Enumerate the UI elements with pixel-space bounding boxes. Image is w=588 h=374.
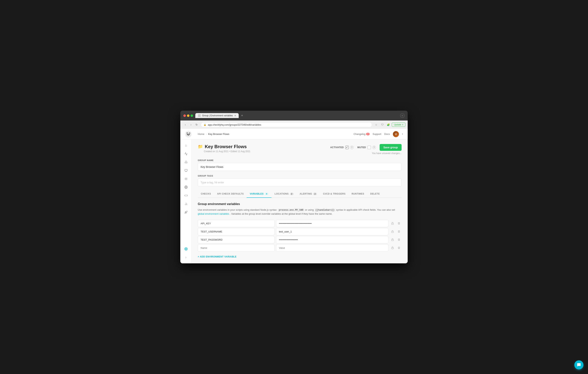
env-var-actions-test-password: [390, 237, 402, 242]
traffic-light-maximize[interactable]: [190, 114, 193, 117]
tab-delete[interactable]: DELETE: [367, 190, 383, 198]
desc-part2: or using: [305, 208, 314, 211]
muted-label: MUTED: [357, 146, 366, 149]
group-tags-input[interactable]: [198, 179, 402, 186]
svg-point-3: [186, 179, 186, 179]
env-var-name-new[interactable]: [198, 244, 274, 252]
group-tags-field-group: GROUP TAGS: [198, 175, 402, 186]
sidebar-item-target[interactable]: [182, 245, 190, 253]
env-var-name-test-password[interactable]: [198, 236, 274, 244]
tab-runtimes[interactable]: RUNTIMES: [348, 190, 367, 198]
breadcrumb-home[interactable]: Home: [198, 133, 204, 136]
action-controls: ACTIVATED ? MUTED ? Save group: [330, 144, 402, 151]
tab-close-button[interactable]: ✕: [234, 114, 236, 117]
muted-help-icon[interactable]: ?: [372, 146, 376, 149]
extensions-icon[interactable]: 🧩: [386, 122, 391, 127]
browser-menu-icon: [400, 113, 405, 118]
traffic-lights: [183, 114, 193, 117]
bookmark-icon[interactable]: ☆: [374, 122, 379, 127]
breadcrumb: Home › Key Browser Flows: [198, 133, 354, 136]
back-button[interactable]: ‹: [183, 122, 188, 127]
address-bar[interactable]: 🔒 app.checklyhq.com/groups/227346/edit/v…: [201, 122, 372, 127]
page-title-area: 📁 Key Browser Flows Created on 11 Aug 20…: [198, 144, 251, 153]
env-var-row: [198, 228, 402, 235]
chat-bubble[interactable]: [574, 360, 583, 369]
env-var-value-test-username[interactable]: [276, 228, 388, 235]
lock-icon-api-key[interactable]: [390, 221, 395, 226]
env-var-row: ••••••••••••••••••••••••••••••••••••••: [198, 220, 402, 227]
activated-help-icon[interactable]: ?: [350, 146, 354, 149]
tab-cicd[interactable]: CI/CD & TRIGGERS: [320, 190, 348, 198]
sidebar-item-alerts[interactable]: [182, 158, 190, 166]
svg-rect-15: [392, 248, 394, 249]
lock-icon-test-password[interactable]: [390, 237, 395, 242]
save-group-button[interactable]: Save group: [380, 144, 402, 151]
code2: {{handlebars}}: [315, 209, 336, 212]
sidebar-item-rocket[interactable]: [182, 208, 190, 216]
sidebar-item-globe[interactable]: [182, 183, 190, 191]
tab-variables[interactable]: VARIABLES 4: [247, 190, 272, 198]
desc-part4: . Variables at the group level override …: [230, 212, 332, 215]
sidebar-item-chart[interactable]: [182, 200, 190, 208]
browser-window: Group | Environment variables ✕ + ‹ › ↻ …: [180, 111, 408, 263]
support-link[interactable]: Support: [373, 133, 381, 136]
tab-title: Group | Environment variables: [202, 114, 233, 117]
delete-icon-api-key[interactable]: [396, 221, 402, 226]
group-name-field-group: GROUP NAME: [198, 159, 402, 171]
env-var-row: ••••••••••••••••••••••: [198, 236, 402, 244]
sidebar-item-activity[interactable]: [182, 150, 190, 158]
lock-icon-test-username[interactable]: [390, 229, 395, 234]
sidebar: ⌂: [180, 139, 192, 263]
add-env-var-button[interactable]: + ADD ENVIRONMENT VARIABLE: [198, 255, 237, 259]
forward-button[interactable]: ›: [188, 122, 194, 127]
tab-api-check-defaults[interactable]: API CHECK DEFAULTS: [214, 190, 247, 198]
page-actions: ACTIVATED ? MUTED ? Save group You: [330, 144, 402, 155]
delete-icon-test-password[interactable]: [396, 237, 402, 242]
docs-link[interactable]: Docs: [384, 133, 390, 136]
sidebar-item-code[interactable]: [182, 192, 190, 199]
tabs-container: CHECKS API CHECK DEFAULTS VARIABLES 4 LO…: [198, 190, 402, 198]
tab-runtimes-label: RUNTIMES: [352, 192, 364, 195]
tab-locations[interactable]: LOCATIONS 2: [272, 190, 296, 198]
browser-tab-active[interactable]: Group | Environment variables ✕: [195, 113, 239, 118]
sidebar-item-monitors[interactable]: [182, 167, 190, 174]
sidebar-item-sensors[interactable]: [182, 175, 190, 183]
changelog-button[interactable]: Changelog 4: [354, 133, 369, 136]
group-name-input[interactable]: [198, 163, 402, 171]
lock-icon-new[interactable]: [390, 245, 395, 250]
sidebar-item-home[interactable]: ⌂: [182, 142, 190, 149]
traffic-light-minimize[interactable]: [187, 114, 189, 117]
tab-delete-label: DELETE: [370, 192, 380, 195]
delete-icon-new[interactable]: [396, 245, 402, 250]
muted-checkbox[interactable]: [368, 146, 371, 149]
shield-icon[interactable]: 🛡: [380, 122, 385, 127]
changelog-label: Changelog: [354, 133, 365, 136]
env-var-value-new[interactable]: [276, 244, 388, 252]
dot: [402, 115, 403, 116]
update-button[interactable]: Update ≡: [392, 123, 405, 127]
sidebar-expand-button[interactable]: ›: [182, 254, 190, 261]
tab-alerting[interactable]: ALERTING 2: [297, 190, 320, 198]
refresh-button[interactable]: ↻: [194, 122, 199, 127]
env-var-name-api-key[interactable]: [198, 220, 274, 227]
activated-toggle: ACTIVATED ?: [330, 146, 354, 149]
variables-section: Group environment variables Use environm…: [198, 202, 402, 259]
header-right: Changelog 4 Support Docs U ▾: [354, 131, 403, 137]
tab-checks[interactable]: CHECKS: [198, 190, 214, 198]
app-body: ⌂: [180, 139, 408, 263]
avatar-chevron[interactable]: ▾: [402, 133, 403, 135]
delete-icon-test-username[interactable]: [396, 229, 402, 234]
tab-locations-badge: 2: [290, 193, 294, 195]
new-tab-button[interactable]: +: [240, 113, 245, 118]
env-var-actions-new: [390, 245, 402, 250]
url-text: app.checklyhq.com/groups/227346/edit/var…: [208, 123, 261, 126]
breadcrumb-current: Key Browser Flows: [208, 133, 229, 136]
traffic-light-close[interactable]: [183, 114, 186, 117]
env-var-name-test-username[interactable]: [198, 228, 274, 235]
user-avatar[interactable]: U: [393, 131, 399, 137]
lock-icon: 🔒: [204, 124, 206, 126]
global-env-vars-link[interactable]: global environment variables: [198, 212, 229, 215]
activated-checkbox[interactable]: [345, 146, 349, 149]
app-header: 🐼 Home › Key Browser Flows Changelog 4 S…: [180, 129, 408, 139]
svg-rect-12: [392, 223, 394, 224]
